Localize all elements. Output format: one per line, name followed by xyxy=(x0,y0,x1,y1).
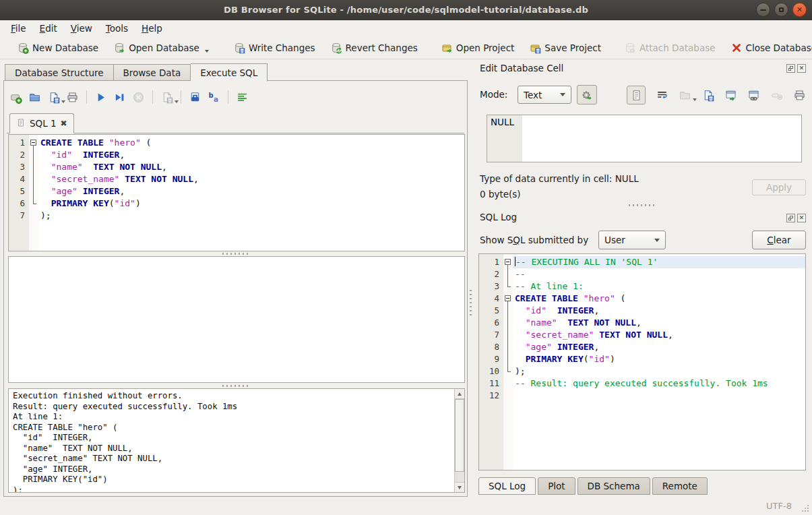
sql-tab[interactable]: SQL 1 ✖ xyxy=(9,113,74,133)
log-line: ); xyxy=(13,485,452,493)
execute-all-icon[interactable] xyxy=(94,91,107,104)
results-pane[interactable] xyxy=(8,256,465,383)
resize-grip[interactable] xyxy=(801,504,809,512)
close-database-icon xyxy=(730,42,743,54)
filter-value: User xyxy=(604,235,625,245)
minimize-button[interactable] xyxy=(756,3,770,17)
menu-tools[interactable]: Tools xyxy=(99,20,135,36)
splitter-handle[interactable] xyxy=(222,385,249,387)
close-database-button[interactable]: Close Database xyxy=(723,38,812,57)
dock-tab-db-schema[interactable]: DB Schema xyxy=(577,477,650,495)
new-tab-icon[interactable] xyxy=(9,91,22,104)
write-changes-button[interactable]: Write Changes xyxy=(226,38,323,57)
code-line: 2-- xyxy=(479,268,805,280)
open-project-button[interactable]: Open Project xyxy=(433,38,522,57)
chevron-down-icon xyxy=(61,100,65,103)
log-line: "name" TEXT NOT NULL, xyxy=(13,444,452,454)
close-panel-icon[interactable] xyxy=(797,214,806,222)
find-icon[interactable] xyxy=(189,91,201,104)
scroll-down-icon[interactable] xyxy=(455,482,464,492)
code-line: 10); xyxy=(479,365,805,377)
new-database-button[interactable]: New Database xyxy=(9,38,106,57)
sql-log-view[interactable]: 1-- EXECUTING ALL IN 'SQL 1'2--3-- At li… xyxy=(478,253,806,471)
toolbar-separator xyxy=(228,90,228,104)
copy-link-icon[interactable] xyxy=(747,89,760,102)
menu-edit[interactable]: Edit xyxy=(33,20,64,36)
menu-help[interactable]: Help xyxy=(135,20,169,36)
toolbar-separator xyxy=(181,90,181,104)
auto-switch-mode-button[interactable] xyxy=(577,85,597,104)
toolbar-separator xyxy=(152,90,153,104)
code-line: 3-- At line 1: xyxy=(479,280,805,293)
save-project-button[interactable]: Save Project xyxy=(522,38,608,57)
text-mode-icon[interactable] xyxy=(630,89,643,102)
close-button[interactable] xyxy=(792,3,807,17)
log-line: Result: query executed successfully. Too… xyxy=(13,402,452,413)
text-mode-button[interactable] xyxy=(627,86,646,104)
dock-tab-plot[interactable]: Plot xyxy=(538,477,575,495)
apply-button[interactable]: Apply xyxy=(752,179,806,195)
sql-log-filter-select[interactable]: User xyxy=(598,231,666,249)
save-as-icon[interactable] xyxy=(701,89,714,102)
dock-tab-sql-log[interactable]: SQL Log xyxy=(478,477,536,495)
menu-view[interactable]: View xyxy=(64,20,99,36)
window-title: DB Browser for SQLite - /home/user/code/… xyxy=(224,5,588,15)
dock-tab-remote[interactable]: Remote xyxy=(652,477,708,495)
revert-changes-icon xyxy=(330,42,342,54)
clear-log-button[interactable]: Clear xyxy=(752,231,806,249)
revert-changes-button[interactable]: Revert Changes xyxy=(323,38,425,57)
attach-database-button[interactable]: Attach Database xyxy=(617,38,723,57)
stop-icon[interactable] xyxy=(132,91,145,104)
cell-value-editor[interactable]: NULL xyxy=(487,115,802,162)
find-replace-icon[interactable]: ba xyxy=(208,91,220,104)
sql-log-filter-label: Show SQL submitted by xyxy=(480,235,588,245)
code-line: 8 "age" INTEGER, xyxy=(479,341,805,353)
sql-editor[interactable]: 1CREATE TABLE "hero" (2 "id" INTEGER,3 "… xyxy=(8,134,465,251)
code-line: 12 xyxy=(479,390,805,402)
print-cell-icon[interactable] xyxy=(793,89,806,102)
tab-execute-sql[interactable]: Execute SQL xyxy=(191,63,268,82)
panel-splitter-handle[interactable] xyxy=(470,290,472,317)
execute-current-line-icon[interactable] xyxy=(113,91,126,104)
toolbar-separator xyxy=(86,90,87,104)
print-icon[interactable] xyxy=(66,91,79,104)
mode-label: Mode: xyxy=(480,89,507,100)
splitter-handle[interactable] xyxy=(629,204,656,206)
chevron-down-icon[interactable] xyxy=(205,50,209,53)
open-in-external-icon[interactable] xyxy=(724,89,737,102)
cell-value: NULL xyxy=(491,117,514,127)
save-sql-file-icon[interactable] xyxy=(47,91,60,104)
cell-size-info: 0 byte(s) xyxy=(480,189,521,200)
open-database-button[interactable]: Open Database xyxy=(106,38,216,57)
dock-tab-bar: SQL LogPlotDB SchemaRemote xyxy=(478,477,708,495)
close-panel-icon[interactable] xyxy=(797,64,806,73)
export-results-icon[interactable] xyxy=(160,91,173,104)
new-database-icon xyxy=(17,42,29,54)
chevron-down-icon xyxy=(693,98,697,101)
execution-status-log[interactable]: Execution finished without errors.Result… xyxy=(8,388,465,493)
float-panel-icon[interactable] xyxy=(786,214,795,222)
auto-format-icon[interactable] xyxy=(236,91,249,104)
mode-select[interactable]: Text xyxy=(518,86,571,104)
set-null-icon[interactable] xyxy=(770,89,783,102)
tab-database-structure[interactable]: Database Structure xyxy=(5,64,114,81)
open-sql-file-icon[interactable] xyxy=(28,91,41,104)
chevron-down-icon xyxy=(654,239,660,242)
word-wrap-icon[interactable] xyxy=(656,89,668,102)
sql-editor-toolbar: ba xyxy=(9,87,249,107)
code-line: 1CREATE TABLE "hero" ( xyxy=(9,137,464,149)
menu-file[interactable]: File xyxy=(4,20,33,36)
maximize-button[interactable] xyxy=(774,3,788,17)
scrollbar[interactable] xyxy=(454,389,464,492)
tab-browse-data[interactable]: Browse Data xyxy=(114,64,191,81)
close-tab-icon[interactable]: ✖ xyxy=(61,119,67,127)
scrollbar-thumb[interactable] xyxy=(455,399,464,472)
write-changes-icon xyxy=(233,42,245,54)
float-panel-icon[interactable] xyxy=(786,64,795,73)
import-data-icon[interactable] xyxy=(679,89,691,102)
log-line: At line 1: xyxy=(13,412,452,423)
log-line: PRIMARY KEY("id") xyxy=(13,475,452,485)
scroll-up-icon[interactable] xyxy=(455,389,464,399)
code-line: 1-- EXECUTING ALL IN 'SQL 1' xyxy=(479,256,805,268)
splitter-handle[interactable] xyxy=(222,253,249,255)
